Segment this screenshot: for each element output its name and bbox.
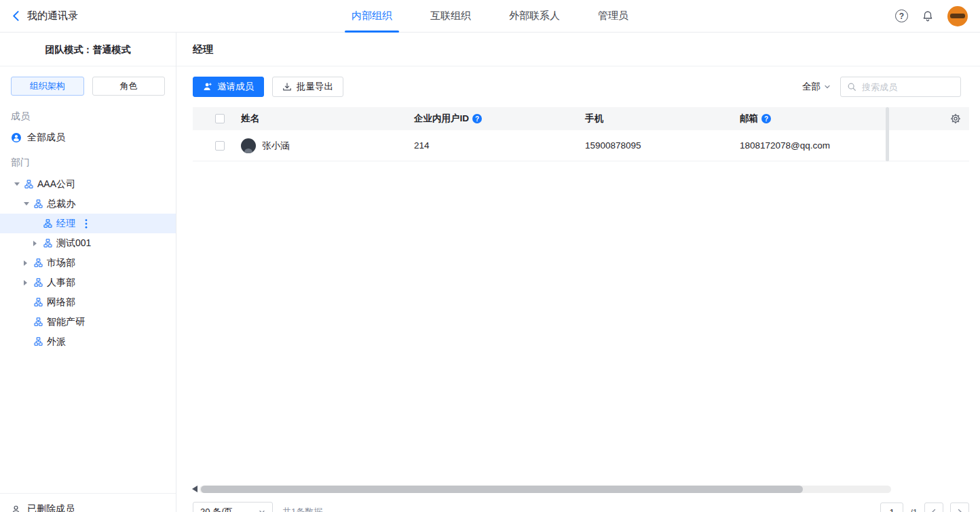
column-header-phone: 手机 [585, 113, 603, 123]
member-user-id: 214 [414, 140, 430, 151]
departments-section-label: 部门 [0, 149, 176, 173]
prev-page-button[interactable] [924, 503, 943, 512]
notification-bell-icon[interactable] [922, 10, 934, 22]
members-table: 姓名 企业内用户ID ? 手机 邮箱 ? 张小涵 214 1 [193, 107, 969, 161]
caret-down-icon[interactable] [14, 182, 24, 186]
table-header-row: 姓名 企业内用户ID ? 手机 邮箱 ? [193, 107, 969, 130]
user-avatar[interactable] [947, 6, 968, 26]
column-header-email: 邮箱 [740, 113, 758, 125]
horizontal-scrollbar [192, 484, 891, 494]
help-badge-icon[interactable]: ? [472, 114, 482, 123]
total-count-label: 共1条数据 [282, 506, 322, 512]
table-row[interactable]: 张小涵 214 15900878095 1808172078@qq.com [193, 130, 969, 161]
search-input[interactable] [861, 81, 954, 93]
tree-item-test001[interactable]: 测试001 [0, 233, 176, 253]
member-name: 张小涵 [262, 140, 290, 152]
tree-item-aaa-company[interactable]: AAA公司 [0, 174, 176, 194]
deleted-members-item[interactable]: 已删除成员 [0, 493, 176, 512]
page-size-select[interactable]: 20 条/页 [193, 502, 273, 512]
caret-down-icon[interactable] [24, 202, 34, 205]
org-icon [34, 337, 43, 346]
nav-tabs: 内部组织 互联组织 外部联系人 管理员 [333, 0, 647, 33]
tree-item-dispatch[interactable]: 外派 [0, 332, 176, 351]
download-icon [282, 82, 292, 92]
scrollbar-thumb[interactable] [201, 486, 803, 493]
column-header-user-id: 企业内用户ID [414, 113, 469, 125]
help-icon[interactable]: ? [895, 9, 908, 22]
tree-item-network-dept[interactable]: 网络部 [0, 292, 176, 312]
tree-item-market-dept[interactable]: 市场部 [0, 253, 176, 273]
page-title: 我的通讯录 [27, 9, 78, 22]
help-badge-icon[interactable]: ? [761, 114, 771, 123]
table-vertical-scrollbar[interactable] [886, 107, 889, 161]
org-icon [43, 239, 52, 248]
top-bar: 我的通讯录 内部组织 互联组织 外部联系人 管理员 ? [0, 0, 980, 33]
caret-right-icon[interactable] [24, 260, 34, 266]
pagination-bar: 20 条/页 共1条数据 1 /1 [193, 502, 969, 512]
department-title: 经理 [176, 33, 980, 66]
select-all-checkbox[interactable] [215, 114, 225, 123]
toolbar: 邀请成员 批量导出 全部 [193, 77, 961, 97]
caret-right-icon[interactable] [33, 241, 43, 246]
tree-item-smart-rd[interactable]: 智能产研 [0, 312, 176, 332]
breadcrumb: 我的通讯录 [11, 9, 78, 22]
member-phone: 15900878095 [585, 140, 641, 151]
member-search-box [840, 77, 961, 97]
org-icon [43, 219, 52, 228]
all-members-label: 全部成员 [27, 132, 65, 144]
members-section-label: 成员 [0, 102, 176, 127]
sidebar: 团队模式：普通模式 组织架构 角色 成员 全部成员 部门 AAA公司 总裁办 经… [0, 33, 176, 512]
back-icon[interactable] [11, 10, 22, 22]
deleted-person-icon [11, 505, 21, 512]
deleted-members-label: 已删除成员 [27, 503, 75, 512]
org-icon [34, 199, 43, 208]
column-settings-gear-icon[interactable] [950, 113, 961, 124]
total-pages-label: /1 [910, 507, 918, 512]
department-tree: AAA公司 总裁办 经理 测试001 市场部 [0, 173, 176, 351]
avatar-detail [950, 14, 965, 18]
org-icon [34, 298, 43, 307]
member-avatar [241, 138, 256, 153]
tree-item-president-office[interactable]: 总裁办 [0, 194, 176, 214]
team-mode-label: 团队模式：普通模式 [0, 33, 176, 66]
row-checkbox[interactable] [215, 141, 225, 151]
roles-button[interactable]: 角色 [92, 77, 166, 96]
pager: 1 /1 [880, 503, 969, 512]
more-actions-icon[interactable] [85, 219, 88, 229]
org-icon [34, 278, 43, 287]
next-page-button[interactable] [950, 503, 969, 512]
batch-export-button[interactable]: 批量导出 [272, 77, 343, 97]
view-toggle: 组织架构 角色 [0, 66, 176, 102]
org-icon [24, 180, 33, 189]
caret-right-icon[interactable] [24, 280, 34, 285]
tree-item-manager[interactable]: 经理 [0, 214, 176, 233]
tab-connected-org[interactable]: 互联组织 [411, 0, 490, 33]
all-members-item[interactable]: 全部成员 [0, 127, 176, 149]
org-icon [34, 258, 43, 267]
tab-internal-org[interactable]: 内部组织 [333, 0, 411, 33]
org-icon [34, 317, 43, 326]
search-icon [847, 82, 856, 92]
header-actions: ? [895, 6, 968, 26]
scroll-left-arrow-icon[interactable] [192, 486, 197, 492]
org-structure-button[interactable]: 组织架构 [11, 77, 84, 96]
tab-external-contacts[interactable]: 外部联系人 [490, 0, 579, 33]
chevron-down-icon [259, 509, 265, 512]
current-page-input[interactable]: 1 [880, 503, 903, 512]
scope-filter-dropdown[interactable]: 全部 [802, 81, 831, 93]
scrollbar-track[interactable] [200, 486, 891, 493]
tab-admins[interactable]: 管理员 [579, 0, 647, 33]
invite-members-button[interactable]: 邀请成员 [193, 77, 264, 97]
tree-item-hr-dept[interactable]: 人事部 [0, 273, 176, 292]
member-email: 1808172078@qq.com [740, 140, 830, 151]
invite-person-icon [203, 82, 212, 92]
contacts-icon [11, 132, 22, 143]
chevron-down-icon [824, 83, 831, 90]
main-content: 经理 邀请成员 批量导出 全部 [176, 33, 980, 512]
column-header-name: 姓名 [241, 113, 259, 125]
